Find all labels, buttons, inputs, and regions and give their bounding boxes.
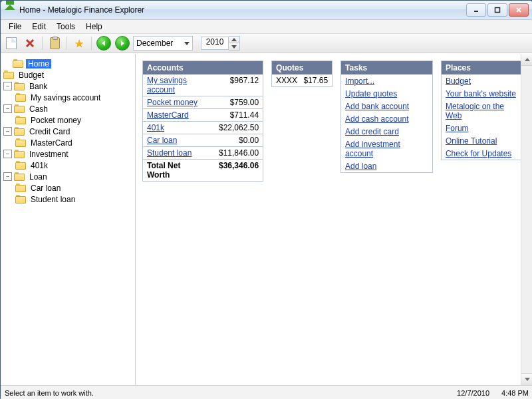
task-link-add-bank[interactable]: Add bank account (341, 100, 432, 112)
maximize-button[interactable] (487, 3, 507, 17)
task-link-add-cash[interactable]: Add cash account (341, 112, 432, 125)
panel-places: Places Budget Your bank's website Metalo… (441, 61, 526, 160)
account-link[interactable]: Pocket money (147, 98, 198, 107)
account-value: $0.00 (205, 136, 259, 145)
tree-node-budget[interactable]: Budget (2, 69, 134, 80)
place-link-forum[interactable]: Forum (442, 122, 525, 134)
year-spin-down[interactable] (229, 43, 239, 50)
menu-help[interactable]: Help (80, 21, 108, 33)
task-link-add-investment[interactable]: Add investment account (341, 138, 432, 160)
place-link-tutorial[interactable]: Online Tutorial (442, 134, 525, 147)
panel-accounts: Accounts My savings account$967.12 Pocke… (142, 61, 263, 182)
folder-icon (15, 116, 26, 124)
status-date: 12/7/2010 (457, 389, 489, 397)
content-pane: Accounts My savings account$967.12 Pocke… (136, 54, 532, 385)
folder-icon (14, 82, 25, 90)
panel-header-places: Places (442, 61, 525, 74)
vertical-scrollbar[interactable] (521, 54, 532, 385)
panel-header-accounts: Accounts (143, 61, 263, 74)
scroll-down-button[interactable] (521, 373, 532, 385)
total-value: $36,346.06 (205, 161, 259, 180)
close-button[interactable] (509, 3, 529, 17)
tree-node-savings[interactable]: My savings account (14, 92, 134, 103)
tree-node-car-loan[interactable]: Car loan (14, 182, 134, 194)
task-link-add-credit[interactable]: Add credit card (341, 125, 432, 138)
quote-symbol: XXXX (276, 76, 297, 85)
status-hint: Select an item to work with. (5, 389, 94, 397)
month-dropdown-value: December (136, 39, 173, 48)
minimize-button[interactable] (466, 3, 486, 17)
folder-icon (15, 161, 26, 170)
client-area: Home Budget − Bank (1, 53, 532, 385)
year-spin-up[interactable] (229, 37, 239, 43)
account-link[interactable]: 401k (147, 123, 164, 132)
panel-tasks: Tasks Import... Update quotes Add bank a… (340, 61, 433, 173)
forward-arrow-icon (115, 36, 130, 51)
menu-tools[interactable]: Tools (51, 21, 80, 33)
favorite-button[interactable]: ★ (71, 35, 87, 51)
toolbar-separator (91, 37, 92, 50)
new-button[interactable] (3, 35, 19, 51)
tree-label: Loan (27, 172, 49, 182)
tree-node-401k[interactable]: 401k (14, 160, 134, 171)
tree-label: Student loan (29, 195, 77, 204)
collapse-icon[interactable]: − (3, 172, 12, 181)
toolbar: ★ December 2010 (1, 34, 532, 53)
tree-label: Car loan (29, 184, 63, 193)
tree-node-cash[interactable]: − Cash (2, 103, 134, 114)
tree-node-mastercard[interactable]: MasterCard (14, 137, 134, 148)
place-link-bank-website[interactable]: Your bank's website (442, 87, 525, 100)
task-link-add-loan[interactable]: Add loan (341, 160, 432, 172)
menu-file[interactable]: File (3, 21, 27, 33)
total-label: Total Net Worth (147, 161, 205, 180)
tree-label: Budget (17, 70, 46, 80)
menu-bar: File Edit Tools Help (1, 20, 532, 34)
svg-marker-10 (231, 45, 237, 49)
tree-node-loan[interactable]: − Loan (2, 171, 134, 182)
delete-x-icon (25, 39, 35, 48)
scroll-up-button[interactable] (521, 54, 532, 66)
account-link[interactable]: My savings account (147, 76, 205, 94)
account-link[interactable]: Student loan (147, 148, 192, 158)
app-icon (5, 5, 15, 15)
tree-label: Investment (27, 150, 70, 159)
month-dropdown[interactable]: December (133, 36, 193, 51)
paste-button[interactable] (47, 35, 63, 51)
tree-label: Credit Card (27, 127, 72, 136)
tree-node-home[interactable]: Home (2, 58, 134, 69)
forward-button[interactable] (114, 35, 130, 51)
folder-icon (15, 184, 26, 192)
tree-node-bank[interactable]: − Bank (2, 80, 134, 92)
collapse-icon[interactable]: − (3, 127, 12, 136)
folder-icon (14, 150, 25, 158)
status-bar: Select an item to work with. 12/7/2010 4… (1, 385, 532, 399)
account-value: $759.00 (205, 98, 259, 107)
delete-button[interactable] (22, 35, 38, 51)
tree-node-student-loan[interactable]: Student loan (14, 194, 134, 205)
tree-label: Cash (27, 104, 50, 114)
place-link-metalogic-web[interactable]: Metalogic on the Web (442, 100, 525, 122)
folder-icon (13, 59, 23, 68)
task-link-update-quotes[interactable]: Update quotes (341, 87, 432, 100)
tree-node-pocket[interactable]: Pocket money (14, 114, 134, 126)
task-link-import[interactable]: Import... (341, 74, 432, 87)
folder-icon (14, 172, 25, 181)
place-link-budget[interactable]: Budget (442, 74, 525, 87)
account-link[interactable]: Car loan (147, 136, 177, 145)
tree-node-investment[interactable]: − Investment (2, 148, 134, 160)
account-link[interactable]: MasterCard (147, 110, 189, 120)
svg-marker-12 (525, 378, 530, 381)
svg-rect-1 (495, 8, 500, 13)
back-button[interactable] (96, 35, 112, 51)
menu-edit[interactable]: Edit (27, 21, 51, 33)
toolbar-separator (66, 37, 67, 50)
tree-label: 401k (29, 161, 50, 170)
collapse-icon[interactable]: − (3, 150, 12, 158)
svg-marker-9 (231, 38, 237, 41)
collapse-icon[interactable]: − (3, 82, 12, 90)
app-window: Home - Metalogic Finance Explorer File E… (0, 0, 532, 399)
tree-node-credit[interactable]: − Credit Card (2, 126, 134, 137)
collapse-icon[interactable]: − (3, 104, 12, 113)
place-link-updates[interactable]: Check for Updates (442, 147, 525, 160)
year-input[interactable]: 2010 (201, 37, 229, 50)
